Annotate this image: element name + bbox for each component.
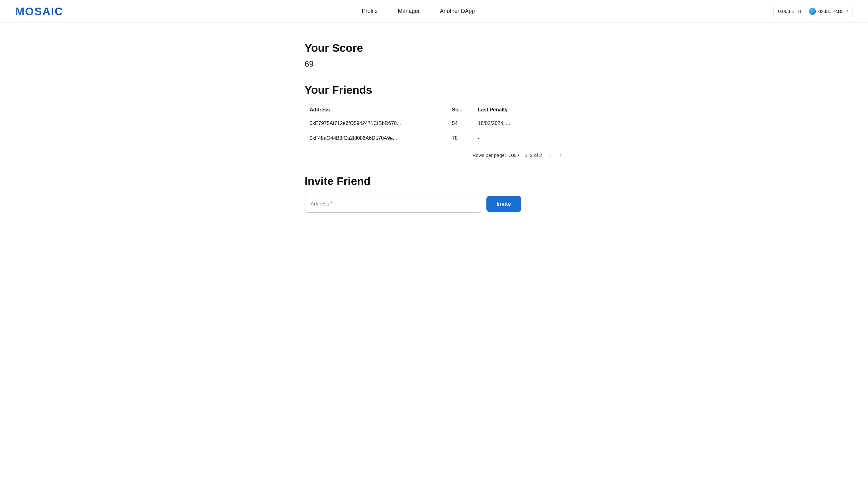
prev-page-button[interactable]: ‹ (547, 151, 553, 160)
friend-penalty-1: 18/02/2024, ... (473, 116, 563, 131)
rows-per-page: Rows per page: 100 ▾ (472, 152, 520, 158)
table-row: 0xF48aO44B3fCa2f8086A6D570A9e... 78 - (305, 131, 563, 146)
wallet-button[interactable]: 0.063 ETH 0x33...7cB5 ▾ (773, 6, 853, 17)
page-info: 1–2 of 2 (525, 152, 542, 158)
friends-table: Address Sc... Last Penalty 0xE7975Af712e… (305, 104, 563, 146)
table-row: 0xE7975Af712e6fO5942471CfBbD670... 54 18… (305, 116, 563, 131)
invite-form: Invite (305, 195, 563, 213)
col-header-address: Address (305, 104, 447, 116)
rows-select-arrow-icon: ▾ (518, 153, 520, 157)
score-value: 69 (305, 59, 563, 68)
nav-link-another-dapp[interactable]: Another DApp (440, 8, 475, 14)
invite-button[interactable]: Invite (486, 196, 521, 212)
friend-address-2: 0xF48aO44B3fCa2f8086A6D570A9e... (305, 131, 447, 146)
rows-per-page-select[interactable]: 100 ▾ (508, 152, 520, 158)
invite-address-input[interactable] (305, 195, 482, 213)
friends-section: Your Friends Address Sc... Last Penalty … (305, 84, 563, 160)
col-header-score: Sc... (447, 104, 473, 116)
nav-link-manager[interactable]: Manager (398, 8, 420, 14)
chevron-down-icon: ▾ (846, 9, 848, 13)
logo: MOSAIC (15, 5, 63, 18)
next-page-button[interactable]: › (558, 151, 563, 160)
score-title: Your Score (305, 42, 563, 54)
invite-title: Invite Friend (305, 175, 563, 187)
table-header-row: Address Sc... Last Penalty (305, 104, 563, 116)
pagination: Rows per page: 100 ▾ 1–2 of 2 ‹ › (305, 151, 563, 160)
wallet-globe-icon (809, 8, 816, 15)
wallet-divider (805, 8, 805, 14)
invite-section: Invite Friend Invite (305, 175, 563, 213)
wallet-address: 0x33...7cB5 (818, 8, 844, 14)
friend-score-1: 54 (447, 116, 473, 131)
header: MOSAIC Profile Manager Another DApp 0.06… (0, 0, 868, 23)
score-section: Your Score 69 (305, 42, 563, 68)
friend-address-1: 0xE7975Af712e6fO5942471CfBbD670... (305, 116, 447, 131)
wallet-eth-balance: 0.063 ETH (778, 8, 801, 14)
rows-per-page-value: 100 (508, 152, 516, 158)
nav: Profile Manager Another DApp (362, 8, 475, 14)
friend-score-2: 78 (447, 131, 473, 146)
col-header-last-penalty: Last Penalty (473, 104, 563, 116)
main-content: Your Score 69 Your Friends Address Sc...… (292, 23, 576, 238)
rows-per-page-label: Rows per page: (472, 152, 506, 158)
nav-link-profile[interactable]: Profile (362, 8, 378, 14)
friend-penalty-2: - (473, 131, 563, 146)
friends-title: Your Friends (305, 84, 563, 96)
